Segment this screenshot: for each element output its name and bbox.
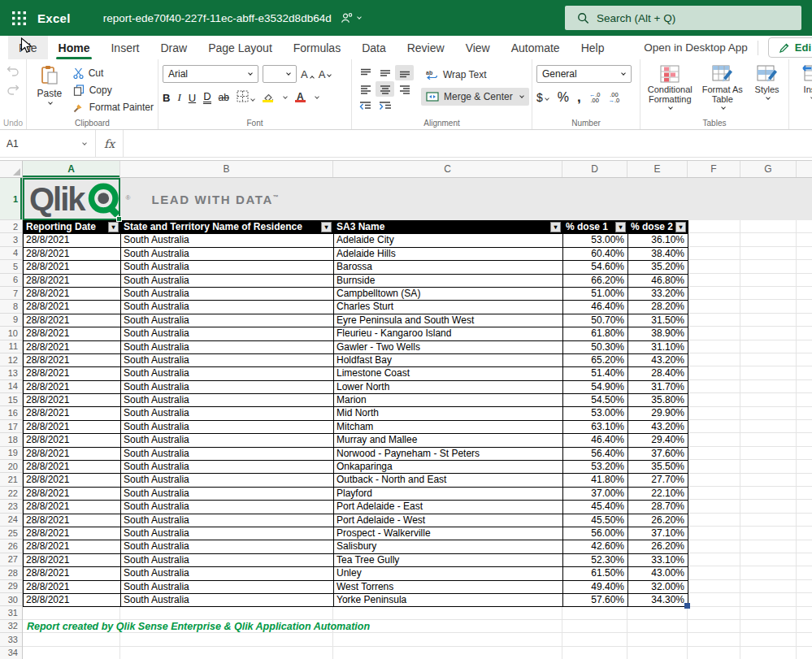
app-launcher-waffle-icon[interactable] — [0, 0, 37, 36]
row-header-14[interactable]: 14 — [0, 380, 22, 393]
align-top-button[interactable] — [356, 65, 375, 80]
row-header-31[interactable]: 31 — [0, 606, 22, 619]
cell[interactable]: 35.80% — [628, 394, 688, 407]
row-header-29[interactable]: 29 — [0, 580, 22, 593]
cell[interactable]: South Australia — [121, 394, 334, 407]
cell[interactable]: 28/8/2021 — [24, 594, 121, 607]
row-header-23[interactable]: 23 — [0, 500, 22, 513]
cell[interactable]: South Australia — [121, 261, 334, 274]
cell[interactable]: 34.30% — [628, 594, 688, 607]
increase-indent-button[interactable] — [376, 98, 394, 113]
tab-home[interactable]: Home — [48, 36, 101, 59]
cell[interactable]: 52.30% — [563, 554, 628, 567]
format-as-table-button[interactable]: Format As Table — [698, 65, 748, 116]
cell[interactable]: South Australia — [121, 474, 334, 487]
cell[interactable]: Marion — [334, 394, 563, 407]
row-header-28[interactable]: 28 — [0, 566, 22, 579]
cell[interactable]: Campbelltown (SA) — [334, 288, 563, 301]
cell[interactable]: 26.20% — [628, 514, 688, 527]
row-header-15[interactable]: 15 — [0, 393, 22, 406]
cell[interactable]: 45.40% — [563, 501, 628, 514]
formula-input[interactable] — [124, 130, 812, 157]
cell[interactable]: Outback - North and East — [334, 474, 563, 487]
tab-review[interactable]: Review — [397, 36, 455, 59]
cell[interactable]: 28/8/2021 — [24, 301, 121, 314]
cell[interactable]: 54.50% — [563, 394, 628, 407]
cell[interactable]: 66.20% — [563, 275, 628, 288]
select-all-corner[interactable] — [0, 161, 23, 177]
cell[interactable]: 28/8/2021 — [24, 394, 121, 407]
cell[interactable]: 56.40% — [563, 448, 628, 461]
cell[interactable]: 28/8/2021 — [24, 354, 121, 367]
cell[interactable]: 65.20% — [563, 354, 628, 367]
tab-data[interactable]: Data — [351, 36, 397, 59]
cell[interactable]: 37.60% — [628, 448, 688, 461]
cell[interactable]: Adelaide Hills — [334, 248, 563, 261]
cell[interactable]: South Australia — [121, 367, 334, 380]
cell[interactable]: 28/8/2021 — [24, 501, 121, 514]
row-header-18[interactable]: 18 — [0, 433, 22, 446]
cell[interactable]: South Australia — [121, 314, 334, 327]
cell[interactable]: Adelaide City — [334, 234, 563, 247]
underline-button[interactable]: U — [189, 92, 196, 104]
cell[interactable]: 37.10% — [628, 527, 688, 540]
table-header-cell[interactable]: State and Territory Name of Residence▾ — [121, 221, 334, 234]
cell[interactable]: 31.10% — [628, 341, 688, 354]
name-box[interactable]: A1 — [0, 130, 96, 157]
cell[interactable]: West Torrens — [334, 581, 563, 594]
cell[interactable]: 42.60% — [563, 540, 628, 553]
font-size-select[interactable] — [263, 65, 297, 83]
row-header-9[interactable]: 9 — [0, 314, 22, 327]
font-color-button[interactable]: A — [295, 93, 306, 102]
cell[interactable]: Unley — [334, 567, 563, 580]
bold-button[interactable]: B — [163, 92, 170, 104]
cell[interactable]: Barossa — [334, 261, 563, 274]
cell[interactable]: 53.00% — [563, 234, 628, 247]
row-header-25[interactable]: 25 — [0, 527, 22, 540]
cell[interactable]: 28/8/2021 — [24, 314, 121, 327]
row-header-30[interactable]: 30 — [0, 593, 22, 606]
column-header-G[interactable]: G — [740, 161, 797, 177]
cell[interactable]: 29.40% — [628, 434, 688, 447]
filter-button[interactable]: ▾ — [108, 222, 119, 232]
cell[interactable]: 28/8/2021 — [24, 540, 121, 553]
number-format-select[interactable]: General — [536, 65, 632, 83]
percent-format-button[interactable]: % — [558, 90, 569, 105]
paste-button[interactable]: Paste — [31, 65, 68, 116]
column-header-D[interactable]: D — [562, 161, 627, 177]
cell[interactable]: 46.80% — [628, 275, 688, 288]
cell[interactable]: 28/8/2021 — [24, 488, 121, 501]
tab-draw[interactable]: Draw — [150, 36, 198, 59]
decrease-decimal-button[interactable]: .00→.0 — [609, 92, 620, 104]
redo-icon[interactable] — [7, 84, 20, 95]
cell[interactable]: South Australia — [121, 407, 334, 420]
wrap-text-button[interactable]: ab Wrap Text — [421, 66, 529, 84]
cell[interactable]: South Australia — [121, 381, 334, 394]
cell[interactable]: 26.20% — [628, 540, 688, 553]
row-header-2[interactable]: 2 — [0, 220, 22, 233]
cell[interactable]: 53.20% — [563, 461, 628, 474]
cell[interactable]: 28/8/2021 — [24, 581, 121, 594]
font-family-select[interactable]: Arial — [163, 65, 258, 83]
row-header-21[interactable]: 21 — [0, 473, 22, 486]
copy-button[interactable]: Copy — [73, 83, 154, 97]
edit-mode-button[interactable]: Edi — [768, 37, 812, 58]
decrease-font-size-button[interactable]: A — [319, 68, 332, 80]
row-header-3[interactable]: 3 — [0, 233, 22, 246]
borders-button[interactable] — [237, 90, 255, 105]
filter-button[interactable]: ▾ — [615, 222, 626, 232]
cell[interactable]: South Australia — [121, 554, 334, 567]
open-in-desktop-button[interactable]: Open in Desktop App — [644, 41, 748, 54]
cell[interactable]: Charles Sturt — [334, 301, 563, 314]
cell[interactable]: South Australia — [121, 434, 334, 447]
cell[interactable]: Yorke Peninsula — [334, 594, 563, 607]
cell[interactable]: Norwood - Payneham - St Peters — [334, 448, 563, 461]
cell[interactable]: 27.70% — [628, 474, 688, 487]
row-header-12[interactable]: 12 — [0, 353, 22, 366]
row-header-6[interactable]: 6 — [0, 274, 22, 287]
cell[interactable]: Mitcham — [334, 421, 563, 434]
currency-format-button[interactable]: $ — [536, 91, 549, 104]
cells-area[interactable]: Qlik ® LEAD WITH DATA™ Reporting Date▾St… — [23, 178, 812, 659]
table-header-cell[interactable]: SA3 Name▾ — [334, 221, 563, 234]
cell[interactable]: 33.10% — [628, 554, 688, 567]
